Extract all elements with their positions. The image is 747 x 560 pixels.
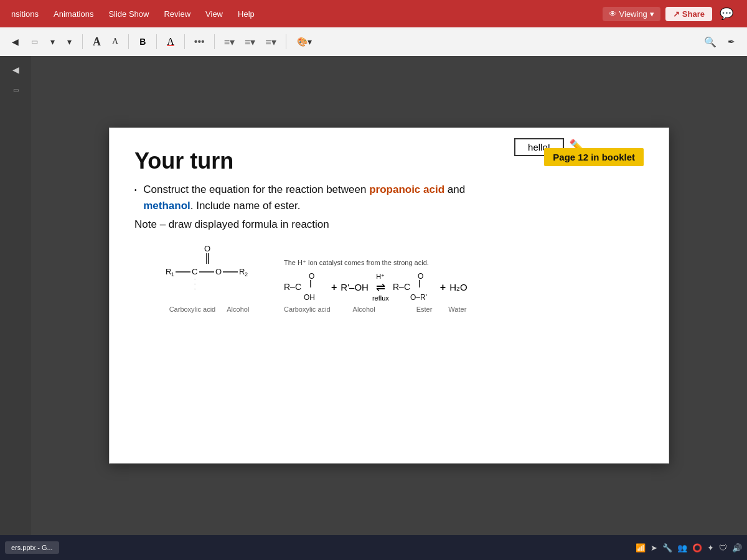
ribbon-right-actions: 👁 Viewing ▾ ↗ Share 💬 (603, 4, 742, 23)
eye-icon: 👁 (609, 9, 617, 19)
h-plus-label: H⁺ (376, 273, 385, 281)
dropdown-1[interactable]: ▾ (46, 35, 59, 49)
tool-icon: 🔧 (662, 543, 672, 553)
more-options-button[interactable]: ••• (191, 35, 208, 49)
svg-text:·: · (194, 286, 195, 292)
font-size-small-button[interactable]: A (108, 35, 122, 48)
svg-text:1: 1 (171, 271, 174, 278)
separator-4 (184, 34, 185, 49)
svg-text:O: O (204, 244, 210, 253)
tab-slideshow[interactable]: Slide Show (102, 7, 155, 21)
taskbar-file-item[interactable]: ers.pptx - G... (5, 541, 59, 554)
slide-thumbnail[interactable]: ▭ (27, 35, 42, 48)
svg-text:O: O (418, 272, 423, 281)
ribbon: nsitions Animations Slide Show Review Vi… (0, 0, 747, 56)
left-structure: O R 1 C · · · (159, 242, 259, 313)
tab-animations[interactable]: Animations (47, 7, 100, 21)
plus-sign-1: + (331, 282, 337, 293)
slide-container: hello! ✏️ Page 12 in booklet Your turn •… (31, 56, 747, 535)
carboxylic-acid-label: Carboxylic acid (169, 306, 216, 313)
bullet-intro: Construct the equation for the reaction … (143, 184, 369, 195)
reaction-note: The H⁺ ion catalyst comes from the stron… (284, 258, 429, 268)
lhs-alcohol: R'–OH (341, 282, 369, 292)
tab-review[interactable]: Review (157, 7, 197, 21)
design-ideas-button[interactable]: 🎨▾ (293, 35, 316, 49)
reaction-equation: R–C O OH + R'–OH H⁺ ⇌ (284, 270, 467, 304)
svg-text:O: O (309, 272, 314, 281)
methanol-highlight: methanol (143, 200, 190, 212)
underline-color-button[interactable]: A (163, 35, 178, 49)
circle-icon: ⭕ (692, 543, 702, 553)
water-label: H₂O (449, 282, 467, 293)
lhs-acid-label: Carboxylic acid (284, 306, 331, 313)
speaker-icon: 🔊 (732, 543, 742, 553)
reflux-arrow: H⁺ ⇌ reflux (372, 273, 389, 302)
main-area: ◀ ▭ hello! ✏️ Page 12 in booklet Your tu… (0, 56, 747, 535)
svg-text:R: R (239, 267, 245, 276)
svg-text:R–C: R–C (393, 282, 410, 292)
svg-text:R: R (166, 267, 171, 276)
rhs-ester-label: Ester (416, 306, 433, 313)
tab-transitions[interactable]: nsitions (5, 7, 45, 21)
svg-text:O–R': O–R' (410, 293, 427, 302)
plus-sign-2: + (440, 282, 446, 293)
undo-button[interactable]: ◀ (4, 61, 27, 78)
page-badge: Page 12 in booklet (544, 148, 644, 166)
separator-5 (214, 34, 215, 49)
reaction-labels: Carboxylic acid Alcohol Ester Water (284, 306, 466, 313)
struct-labels: Carboxylic acid Alcohol (169, 306, 250, 313)
list-indent-button-2[interactable]: ≡▾ (242, 35, 258, 49)
font-size-large-button[interactable]: A (89, 34, 105, 50)
propanoic-acid-highlight: propanoic acid (369, 184, 444, 195)
separator-3 (156, 34, 157, 49)
chem-diagram: O R 1 C · · · (134, 242, 644, 313)
bold-button[interactable]: B (135, 35, 150, 48)
share-button[interactable]: ↗ Share (665, 7, 712, 21)
security-icon: 🛡 (719, 543, 727, 553)
arrow-icon: ➤ (651, 543, 657, 553)
ribbon-tab-bar: nsitions Animations Slide Show Review Vi… (0, 0, 747, 27)
taskbar: ers.pptx - G... 📶 ➤ 🔧 👥 ⭕ ✦ 🛡 🔊 (0, 535, 747, 560)
alcohol-label: Alcohol (227, 306, 249, 313)
comment-button[interactable]: 💬 (717, 4, 736, 23)
separator-1 (82, 34, 83, 49)
pointer-button[interactable]: ✒ (723, 35, 740, 49)
reflux-label: reflux (372, 294, 389, 302)
prev-slide-button[interactable]: ◀ (7, 35, 23, 49)
people-icon: 👥 (677, 543, 687, 553)
chevron-down-icon: ▾ (650, 9, 654, 19)
tab-help[interactable]: Help (232, 7, 261, 21)
bullet-point: • (134, 187, 137, 194)
lhs-acid-svg: R–C O OH (284, 270, 327, 304)
note-text: Note – draw displayed formula in reactio… (134, 218, 644, 231)
rhs-water-label: Water (448, 306, 466, 313)
separator-6 (286, 34, 286, 49)
lhs-alcohol-label: Alcohol (353, 306, 375, 313)
list-indent-button-3[interactable]: ≡▾ (262, 35, 279, 49)
list-indent-button-1[interactable]: ≡▾ (221, 35, 238, 49)
separator-2 (128, 34, 129, 49)
slide[interactable]: hello! ✏️ Page 12 in booklet Your turn •… (109, 128, 669, 464)
wifi-icon: 📶 (636, 543, 646, 553)
svg-text:2: 2 (245, 271, 248, 278)
svg-text:C: C (192, 267, 197, 276)
slide-prev-button[interactable]: ▭ (4, 81, 27, 98)
equilibrium-arrow: ⇌ (376, 281, 385, 294)
bullet-text: • Construct the equation for the reactio… (134, 182, 644, 213)
search-button[interactable]: 🔍 (701, 35, 720, 49)
viewing-label: Viewing (619, 9, 647, 19)
right-reaction: The H⁺ ion catalyst comes from the stron… (284, 258, 644, 313)
dropdown-2[interactable]: ▾ (63, 35, 76, 49)
svg-text:O: O (215, 267, 222, 276)
svg-text:R–C: R–C (284, 282, 301, 292)
tab-view[interactable]: View (199, 7, 229, 21)
left-structure-svg: O R 1 C · · · (159, 242, 259, 304)
bluetooth-icon: ✦ (707, 543, 714, 553)
svg-text:OH: OH (304, 293, 315, 302)
share-label: Share (682, 9, 705, 19)
formatting-toolbar: ◀ ▭ ▾ ▾ A A B A ••• ≡▾ ≡▾ ≡▾ 🎨▾ 🔍 ✒ (0, 27, 747, 56)
rhs-ester-svg: R–C O O–R' (393, 270, 436, 304)
share-icon: ↗ (673, 9, 680, 19)
left-panel: ◀ ▭ (0, 56, 31, 535)
viewing-button[interactable]: 👁 Viewing ▾ (603, 7, 660, 21)
